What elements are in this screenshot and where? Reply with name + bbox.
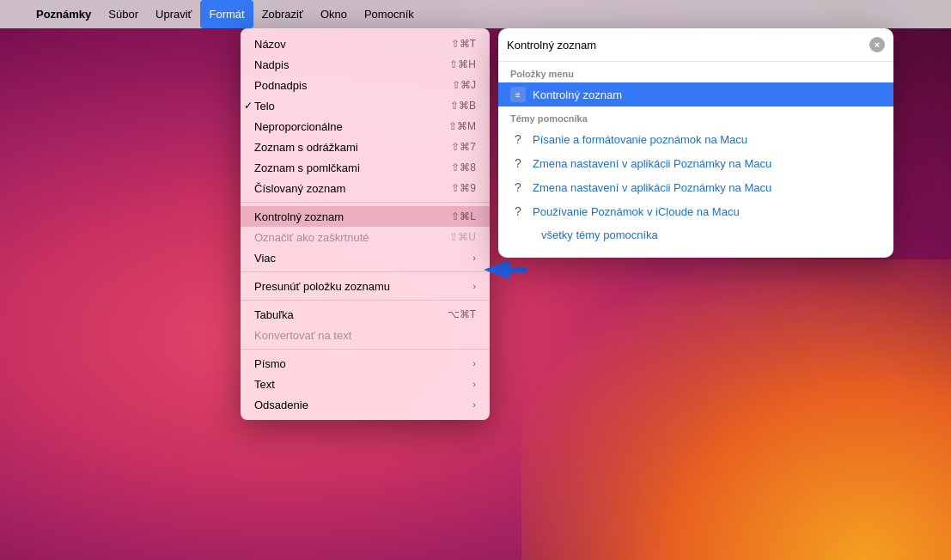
help-all-topics[interactable]: všetky témy pomocníka: [498, 223, 893, 246]
menu-item-shortcut: ⇧⌘B: [450, 100, 476, 112]
menu-item-telo[interactable]: ✓ Telo ⇧⌘B: [241, 95, 490, 116]
separator-4: [241, 349, 490, 350]
menu-item-shortcut: ⇧⌘H: [449, 58, 476, 70]
menu-item-shortcut: ⇧⌘L: [451, 210, 476, 222]
menu-item-label: Text: [254, 378, 275, 391]
help-topic-2[interactable]: ? Zmena nastavení v aplikácii Poznámky n…: [498, 151, 893, 175]
arrow-icon: ›: [472, 358, 476, 368]
help-topic-label-4: Používanie Poznámok v iCloude na Macu: [533, 205, 740, 218]
menu-item-label: Viac: [254, 252, 276, 265]
question-icon-1: ?: [510, 131, 526, 147]
menubar: Poznámky Súbor Upraviť Formát Zobraziť O…: [0, 0, 951, 28]
help-search-bar: ×: [498, 37, 893, 62]
menu-item-label: Odsadenie: [254, 399, 308, 411]
menu-item-label: Číslovaný zoznam: [254, 182, 345, 195]
menu-item-shortcut: ⇧⌘U: [449, 231, 476, 243]
arrow-icon: ›: [472, 253, 476, 263]
menu-item-shortcut: ⇧⌘J: [452, 79, 476, 91]
menu-pointer-arrow: [484, 260, 527, 279]
help-topic-1[interactable]: ? Písanie a formátovanie poznámok na Mac…: [498, 127, 893, 151]
menu-item-label: Tabuľka: [254, 308, 294, 321]
menu-icon: ≡: [510, 87, 526, 102]
help-section-topics-label: Témy pomocníka: [498, 107, 893, 127]
question-icon-3: ?: [510, 180, 526, 195]
separator-1: [241, 202, 490, 203]
help-section-menu-label: Položky menu: [498, 62, 893, 82]
menu-item-label: Názov: [254, 38, 286, 51]
help-popup: × Položky menu ≡ Kontrolný zoznam Témy p…: [498, 28, 893, 258]
question-icon-4: ?: [510, 204, 526, 219]
menu-item-label: Zoznam s pomlčkami: [254, 161, 360, 174]
menu-item-label: Neproporcionálne: [254, 120, 343, 133]
menu-item-shortcut: ⌥⌘T: [448, 308, 476, 320]
menu-item-shortcut: ⇧⌘T: [451, 38, 476, 50]
menu-item-shortcut: ⇧⌘8: [451, 161, 476, 173]
menu-item-shortcut: ⇧⌘9: [451, 182, 476, 194]
menu-item-presunut[interactable]: Presunúť položku zoznamu ›: [241, 276, 490, 296]
checkmark-icon: ✓: [244, 100, 253, 112]
menu-item-label: Presunúť položku zoznamu: [254, 280, 390, 293]
menubar-okno[interactable]: Okno: [312, 0, 356, 28]
help-close-button[interactable]: ×: [869, 37, 885, 52]
help-topic-label-2: Zmena nastavení v aplikácii Poznámky na …: [533, 157, 771, 170]
apple-menu[interactable]: [7, 0, 27, 28]
menu-item-neproporcionalne[interactable]: Neproporcionálne ⇧⌘M: [241, 116, 490, 137]
menu-item-text[interactable]: Text ›: [241, 374, 490, 394]
help-menu-result-kontrolny[interactable]: ≡ Kontrolný zoznam: [498, 82, 893, 107]
help-topic-4[interactable]: ? Používanie Poznámok v iCloude na Macu: [498, 199, 893, 223]
menu-item-kontrolny-zoznam[interactable]: Kontrolný zoznam ⇧⌘L: [241, 206, 490, 227]
arrow-icon: ›: [472, 281, 476, 291]
menu-item-cislovany[interactable]: Číslovaný zoznam ⇧⌘9: [241, 178, 490, 198]
menu-item-konvertovat[interactable]: Konvertovať na text: [241, 325, 490, 345]
menu-item-nazov[interactable]: Názov ⇧⌘T: [241, 33, 490, 54]
menubar-format[interactable]: Formát: [200, 0, 253, 28]
menubar-pomocnik[interactable]: Pomocník: [356, 0, 423, 28]
menu-item-podnadpis[interactable]: Podnadpis ⇧⌘J: [241, 75, 490, 95]
menubar-zobrazit[interactable]: Zobraziť: [253, 0, 312, 28]
separator-2: [241, 271, 490, 272]
menu-item-label: Podnadpis: [254, 79, 307, 92]
menu-item-odsadenie[interactable]: Odsadenie ›: [241, 394, 490, 415]
menubar-subor[interactable]: Súbor: [100, 0, 147, 28]
menu-item-shortcut: ⇧⌘7: [451, 141, 476, 153]
menu-item-label: Nadpis: [254, 58, 289, 71]
menu-item-zoznam-odrazky[interactable]: Zoznam s odrážkami ⇧⌘7: [241, 137, 490, 157]
menu-item-nadpis[interactable]: Nadpis ⇧⌘H: [241, 54, 490, 75]
menu-item-label: Zoznam s odrážkami: [254, 141, 358, 154]
menubar-upravit[interactable]: Upraviť: [147, 0, 200, 28]
menu-item-zoznam-pomlcky[interactable]: Zoznam s pomlčkami ⇧⌘8: [241, 157, 490, 178]
menu-item-label: Označiť ako zaškrtnuté: [254, 231, 369, 244]
menu-item-label: Kontrolný zoznam: [254, 210, 344, 223]
help-search-input[interactable]: [507, 39, 864, 52]
help-topic-label-3: Zmena nastavení v aplikácii Poznámky na …: [533, 181, 771, 194]
help-topic-3[interactable]: ? Zmena nastavení v aplikácii Poznámky n…: [498, 175, 893, 199]
format-menu: Názov ⇧⌘T Nadpis ⇧⌘H Podnadpis ⇧⌘J ✓ Tel…: [241, 28, 490, 420]
arrow-icon: ›: [472, 399, 476, 410]
menu-item-pismo[interactable]: Písmo ›: [241, 353, 490, 374]
arrow-icon: ›: [472, 379, 476, 389]
menu-item-label: Konvertovať na text: [254, 329, 351, 342]
svg-marker-0: [484, 260, 527, 279]
menu-item-tabulka[interactable]: Tabuľka ⌥⌘T: [241, 304, 490, 325]
question-icon-2: ?: [510, 155, 526, 171]
menu-item-viac[interactable]: Viac ›: [241, 247, 490, 268]
menu-item-label: Telo: [254, 100, 275, 113]
menu-item-shortcut: ⇧⌘M: [448, 120, 476, 132]
menu-item-label: Písmo: [254, 357, 286, 370]
separator-3: [241, 300, 490, 301]
help-all-topics-label: všetky témy pomocníka: [541, 228, 658, 241]
menu-item-oznacit[interactable]: Označiť ako zaškrtnuté ⇧⌘U: [241, 227, 490, 247]
help-topic-label-1: Písanie a formátovanie poznámok na Macu: [533, 133, 747, 146]
help-menu-result-label: Kontrolný zoznam: [533, 88, 622, 101]
menubar-poznamky[interactable]: Poznámky: [27, 0, 100, 28]
